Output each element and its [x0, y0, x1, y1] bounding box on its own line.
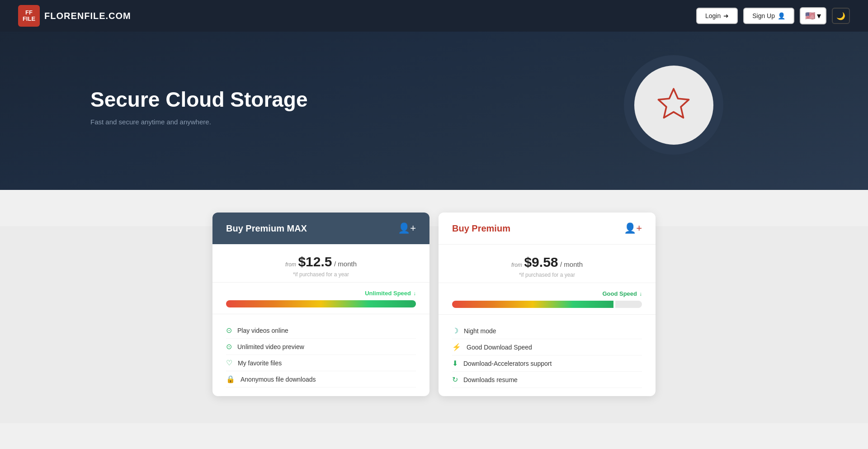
site-header: FFFILE FLORENFILE.COM Login ➜ Sign Up 👤 …: [0, 0, 868, 32]
svg-marker-0: [658, 89, 689, 118]
card-premium-price-line: from $9.58 / month: [452, 255, 642, 270]
card-max-speed-bar: [226, 300, 416, 307]
card-max-speed-area: Unlimited Speed ↓: [212, 283, 429, 314]
list-item: 🔒 Anonymous file downloads: [226, 371, 416, 388]
hero-outer-circle: [624, 55, 723, 155]
header-actions: Login ➜ Sign Up 👤 🇺🇸 ▾ 🌙: [696, 7, 850, 24]
list-item: ⚡ Good Download Speed: [452, 339, 642, 355]
lock-icon: 🔒: [226, 375, 235, 383]
list-item: ↻ Downloads resume: [452, 372, 642, 388]
signup-label: Sign Up: [752, 12, 775, 19]
bolt-icon: ⚡: [452, 343, 461, 351]
card-premium-header[interactable]: Buy Premium 👤+: [439, 213, 656, 245]
login-label: Login: [705, 12, 721, 19]
card-max-features: ⊙ Play videos online ⊙ Unlimited video p…: [212, 314, 429, 396]
signup-person-icon: 👤: [778, 12, 785, 19]
speed-down-arrow-max: ↓: [413, 290, 416, 297]
hero-title: Secure Cloud Storage: [90, 87, 868, 112]
card-premium: Buy Premium 👤+ from $9.58 / month *if pu…: [439, 213, 656, 396]
card-max-header[interactable]: Buy Premium MAX 👤+: [212, 213, 429, 244]
user-plus-icon-premium: 👤+: [624, 222, 642, 234]
card-max-title: Buy Premium MAX: [226, 223, 307, 234]
card-premium-from: from: [511, 262, 522, 268]
hero-content: Secure Cloud Storage Fast and secure any…: [0, 60, 868, 162]
logo-area: FFFILE FLORENFILE.COM: [18, 5, 131, 27]
card-premium-title: Buy Premium: [452, 223, 510, 234]
card-max-speed-label: Unlimited Speed ↓: [226, 290, 416, 297]
refresh-icon: ↻: [452, 375, 458, 384]
login-arrow-icon: ➜: [723, 12, 729, 19]
moon-icon: 🌙: [836, 12, 845, 20]
card-premium-features: ☽ Night mode ⚡ Good Download Speed ⬇ Dow…: [439, 315, 656, 396]
hero-graphic: [624, 55, 723, 155]
list-item: ⊙ Unlimited video preview: [226, 339, 416, 355]
card-premium-max: Buy Premium MAX 👤+ from $12.5 / month *i…: [212, 213, 429, 396]
heart-icon: ♡: [226, 359, 232, 367]
card-max-note: *if purchased for a year: [226, 271, 416, 278]
hero-inner-circle: [634, 66, 713, 145]
speed-down-arrow-premium: ↓: [639, 291, 642, 297]
hero-subtitle: Fast and secure anytime and anywhere.: [90, 118, 868, 126]
card-max-period: / month: [334, 260, 357, 268]
card-premium-period: / month: [560, 260, 583, 268]
login-button[interactable]: Login ➜: [696, 8, 738, 24]
user-plus-icon-max: 👤+: [398, 222, 416, 234]
card-premium-amount: $9.58: [524, 255, 558, 269]
logo-icon: FFFILE: [18, 5, 40, 27]
play-circle-icon-2: ⊙: [226, 342, 232, 351]
moon-feature-icon: ☽: [452, 326, 458, 335]
star-icon: [656, 86, 692, 124]
pricing-cards: Buy Premium MAX 👤+ from $12.5 / month *i…: [0, 213, 868, 396]
play-circle-icon: ⊙: [226, 326, 232, 335]
dark-mode-toggle[interactable]: 🌙: [832, 8, 850, 24]
pricing-section: Buy Premium MAX 👤+ from $12.5 / month *i…: [0, 213, 868, 423]
card-premium-speed-label: Good Speed ↓: [452, 290, 642, 297]
card-premium-speed-bar-container: [452, 301, 642, 308]
card-premium-note: *if purchased for a year: [452, 272, 642, 278]
card-max-from: from: [285, 261, 296, 268]
flag-dropdown-icon: ▾: [817, 11, 821, 21]
list-item: ⬇ Download-Accelerators support: [452, 355, 642, 372]
card-premium-speed-area: Good Speed ↓: [439, 283, 656, 315]
signup-button[interactable]: Sign Up 👤: [743, 8, 794, 24]
list-item: ⊙ Play videos online: [226, 322, 416, 339]
card-max-price-line: from $12.5 / month: [226, 254, 416, 269]
list-item: ♡ My favorite files: [226, 355, 416, 371]
card-premium-speed-remainder: [615, 301, 642, 308]
language-selector[interactable]: 🇺🇸 ▾: [800, 7, 826, 24]
card-premium-speed-bar: [452, 301, 613, 308]
card-max-price-area: from $12.5 / month *if purchased for a y…: [212, 244, 429, 283]
download-icon: ⬇: [452, 359, 458, 368]
card-max-amount: $12.5: [298, 254, 332, 269]
logo-text: FLORENFILE.COM: [44, 11, 131, 21]
flag-icon: 🇺🇸: [805, 11, 815, 21]
list-item: ☽ Night mode: [452, 323, 642, 339]
card-premium-price-area: from $9.58 / month *if purchased for a y…: [439, 245, 656, 283]
